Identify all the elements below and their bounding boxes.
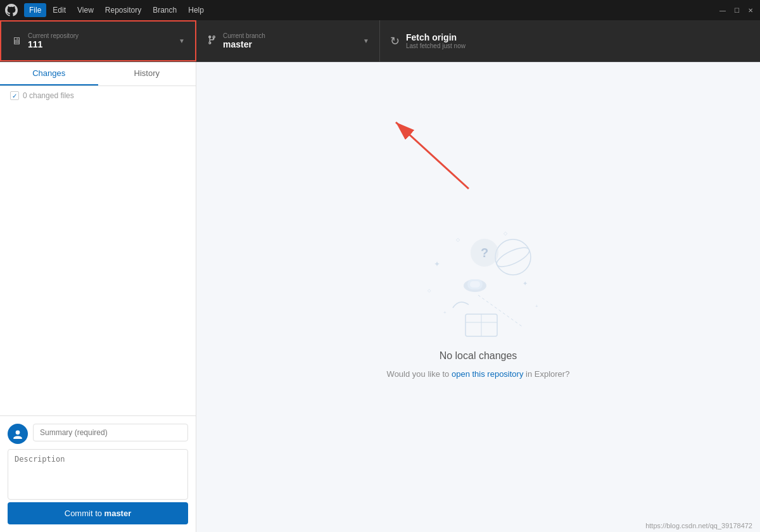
menu-repository[interactable]: Repository (100, 3, 146, 17)
sidebar-tabs: Changes History (0, 62, 196, 86)
sidebar: Changes History ✓ 0 changed files Commit (0, 62, 196, 532)
svg-point-1 (494, 244, 531, 270)
svg-text:✦: ✦ (434, 260, 440, 269)
illustration-svg: ? ✦ ✦ + + ◇ ◇ ◇ (396, 216, 560, 343)
repo-content: Current repository 111 (28, 32, 79, 49)
branch-selector[interactable]: Current branch master ▼ (196, 20, 380, 61)
svg-text:◇: ◇ (428, 288, 431, 293)
menu-branch[interactable]: Branch (148, 3, 182, 17)
toolbar: 🖥 Current repository 111 ▼ Current branc… (0, 20, 760, 62)
titlebar-right: — ☐ ✕ (718, 6, 755, 15)
svg-text:+: + (443, 310, 446, 315)
menu-help[interactable]: Help (183, 3, 209, 17)
github-logo-icon (5, 4, 18, 16)
menu-edit[interactable]: Edit (48, 3, 71, 17)
main-layout: Changes History ✓ 0 changed files Commit (0, 62, 760, 532)
minimize-button[interactable]: — (718, 6, 727, 15)
repo-selector[interactable]: 🖥 Current repository 111 ▼ (0, 20, 196, 61)
branch-icon (206, 35, 217, 48)
svg-text:+: + (535, 303, 538, 309)
summary-input[interactable] (33, 424, 188, 441)
no-changes-prefix: Would you like to (387, 369, 452, 379)
fetch-content: Fetch origin Last fetched just now (406, 32, 466, 49)
changed-files-row: ✓ 0 changed files (0, 86, 196, 105)
svg-rect-6 (470, 281, 480, 288)
monitor-icon: 🖥 (11, 35, 22, 47)
close-button[interactable]: ✕ (746, 6, 755, 15)
commit-btn-branch: master (104, 509, 132, 518)
svg-text:✦: ✦ (522, 280, 528, 287)
svg-text:?: ? (481, 246, 488, 260)
fetch-icon: ↻ (390, 34, 400, 48)
fetch-sublabel: Last fetched just now (406, 42, 466, 49)
commit-avatar (8, 424, 28, 444)
branch-value: master (223, 39, 265, 49)
titlebar-left: File Edit View Repository Branch Help (5, 3, 209, 17)
commit-form-section: Commit to master (0, 415, 196, 532)
commit-summary-row (8, 424, 188, 449)
no-changes-subtitle: Would you like to open this repository i… (387, 369, 570, 379)
no-changes-title: No local changes (440, 350, 517, 362)
content-area: ? ✦ ✦ + + ◇ ◇ ◇ (196, 62, 760, 532)
svg-text:◇: ◇ (504, 231, 508, 236)
svg-text:◇: ◇ (456, 237, 460, 243)
statusbar-url: https://blog.csdn.net/qq_39178472 (645, 522, 752, 529)
open-repository-link[interactable]: open this repository (452, 369, 523, 379)
branch-label: Current branch (223, 32, 265, 39)
repo-chevron-icon: ▼ (179, 37, 185, 44)
no-changes-illustration: ? ✦ ✦ + + ◇ ◇ ◇ (387, 216, 570, 379)
select-all-checkbox[interactable]: ✓ (10, 91, 19, 100)
tab-history[interactable]: History (98, 62, 196, 86)
svg-line-19 (396, 122, 469, 189)
commit-btn-prefix: Commit to (65, 509, 104, 518)
changed-files-count: 0 changed files (23, 91, 74, 100)
titlebar: File Edit View Repository Branch Help — … (0, 0, 760, 20)
repo-value: 111 (28, 39, 79, 49)
menu-view[interactable]: View (72, 3, 99, 17)
description-textarea[interactable] (8, 449, 188, 500)
branch-content: Current branch master (223, 32, 265, 49)
menu-file[interactable]: File (24, 3, 46, 17)
fetch-title: Fetch origin (406, 32, 466, 42)
repo-label: Current repository (28, 32, 79, 39)
maximize-button[interactable]: ☐ (732, 6, 741, 15)
no-changes-suffix: in Explorer? (523, 369, 569, 379)
tab-changes[interactable]: Changes (0, 62, 98, 86)
branch-chevron-icon: ▼ (363, 37, 369, 44)
commit-button[interactable]: Commit to master (8, 502, 188, 524)
fetch-button[interactable]: ↻ Fetch origin Last fetched just now (380, 20, 760, 61)
sidebar-spacer (0, 105, 196, 415)
statusbar: https://blog.csdn.net/qq_39178472 (638, 519, 760, 532)
